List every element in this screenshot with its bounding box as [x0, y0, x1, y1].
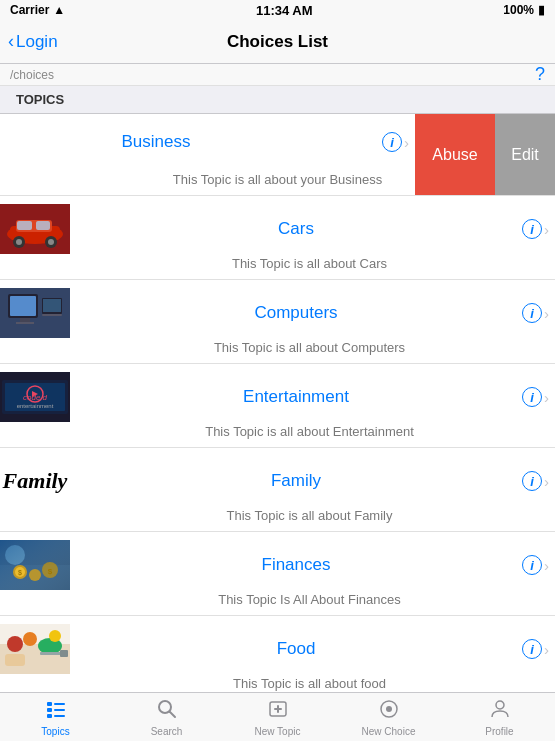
computers-name[interactable]: Computers — [254, 303, 337, 323]
svg-point-7 — [48, 239, 54, 245]
svg-rect-16 — [43, 299, 61, 312]
topic-row-computers[interactable]: Computers i › This Topic is all about Co… — [0, 280, 555, 364]
topic-row-business[interactable]: Abuse Edit Business i › This Topic is al… — [0, 114, 555, 196]
wifi-icon: ▲ — [53, 3, 65, 17]
business-name[interactable]: Business — [122, 132, 191, 152]
svg-rect-54 — [47, 714, 52, 718]
topic-row-family[interactable]: Family Family i › This Topic is all abou… — [0, 448, 555, 532]
entertainment-name[interactable]: Entertainment — [243, 387, 349, 407]
nav-bar: ‹ Login Choices List — [0, 20, 555, 64]
tab-profile[interactable]: Profile — [444, 693, 555, 741]
battery-icon: ▮ — [538, 3, 545, 17]
computers-svg — [0, 288, 70, 338]
topics-svg-icon — [45, 698, 67, 720]
business-name-area: Business — [0, 128, 382, 156]
svg-rect-17 — [42, 314, 62, 316]
business-info-chevron: i › — [382, 132, 415, 152]
tab-newtopic[interactable]: New Topic — [222, 693, 333, 741]
back-chevron-icon: ‹ — [8, 31, 14, 52]
svg-rect-9 — [36, 221, 50, 230]
svg-point-40 — [49, 630, 61, 642]
cars-name[interactable]: Cars — [278, 219, 314, 239]
back-button[interactable]: ‹ Login — [8, 31, 58, 52]
profile-icon — [489, 698, 511, 724]
food-main: Food i › — [0, 616, 555, 674]
family-info-icon[interactable]: i — [522, 471, 542, 491]
finances-name[interactable]: Finances — [262, 555, 331, 575]
topic-row-food[interactable]: Food i › This Topic is all about food — [0, 616, 555, 692]
computers-image — [0, 288, 70, 338]
finances-main: $ $ Finances i › — [0, 532, 555, 590]
cars-info-icon[interactable]: i — [522, 219, 542, 239]
tab-search[interactable]: Search — [111, 693, 222, 741]
battery-text: 100% — [503, 3, 534, 17]
computers-info-icon[interactable]: i — [522, 303, 542, 323]
family-name-area: Family — [70, 467, 522, 495]
topic-row-cars[interactable]: Cars i › This Topic is all about Cars — [0, 196, 555, 280]
help-icon[interactable]: ? — [535, 64, 545, 85]
food-chevron-icon: › — [544, 641, 549, 658]
food-name[interactable]: Food — [277, 639, 316, 659]
svg-rect-41 — [5, 654, 25, 666]
entertainment-info-icon[interactable]: i — [522, 387, 542, 407]
food-info-icon[interactable]: i — [522, 639, 542, 659]
svg-rect-43 — [60, 650, 68, 657]
tab-newchoice[interactable]: New Choice — [333, 693, 444, 741]
entertainment-image: code d entertainment — [0, 372, 70, 422]
family-chevron-icon: › — [544, 473, 549, 490]
entertainment-description: This Topic is all about Entertainment — [0, 422, 555, 447]
newchoice-svg-icon — [378, 698, 400, 720]
status-bar: Carrier ▲ 11:34 AM 100% ▮ — [0, 0, 555, 20]
entertainment-svg: code d entertainment — [0, 372, 70, 422]
tab-profile-label: Profile — [485, 726, 513, 737]
back-label[interactable]: Login — [16, 32, 58, 52]
newtopic-icon — [267, 698, 289, 724]
food-info-chevron: i › — [522, 639, 555, 659]
svg-line-57 — [169, 711, 175, 717]
computers-info-chevron: i › — [522, 303, 555, 323]
food-svg — [0, 624, 70, 674]
tab-newchoice-label: New Choice — [362, 726, 416, 737]
family-image: Family — [0, 456, 70, 506]
newchoice-icon — [378, 698, 400, 724]
svg-text:entertainment: entertainment — [17, 403, 54, 409]
finances-description: This Topic Is All About Finances — [0, 590, 555, 615]
family-info-chevron: i › — [522, 471, 555, 491]
svg-rect-28 — [0, 540, 70, 590]
finances-chevron-icon: › — [544, 557, 549, 574]
topic-row-finances[interactable]: $ $ Finances i › This Topic Is All About… — [0, 532, 555, 616]
family-text-image: Family — [3, 468, 68, 494]
tab-topics[interactable]: Topics — [0, 693, 111, 741]
svg-text:$: $ — [48, 567, 53, 576]
food-name-area: Food — [70, 635, 522, 663]
svg-point-38 — [23, 632, 37, 646]
business-chevron-icon: › — [404, 134, 409, 151]
cars-chevron-icon: › — [544, 221, 549, 238]
svg-rect-13 — [20, 318, 30, 322]
topic-row-entertainment[interactable]: code d entertainment Entertainment i › T… — [0, 364, 555, 448]
cars-image — [0, 204, 70, 254]
carrier-text: Carrier — [10, 3, 49, 17]
business-info-icon[interactable]: i — [382, 132, 402, 152]
section-header-label: Topics — [16, 92, 64, 107]
svg-point-5 — [16, 239, 22, 245]
finances-svg: $ $ — [0, 540, 70, 590]
svg-point-62 — [386, 706, 392, 712]
entertainment-main: code d entertainment Entertainment i › — [0, 364, 555, 422]
svg-rect-12 — [10, 296, 36, 316]
search-svg-icon — [156, 698, 178, 720]
svg-text:$: $ — [18, 569, 22, 577]
svg-rect-51 — [54, 703, 65, 705]
finances-info-icon[interactable]: i — [522, 555, 542, 575]
nav-title: Choices List — [227, 32, 328, 52]
status-time: 11:34 AM — [256, 3, 313, 18]
finances-name-area: Finances — [70, 551, 522, 579]
abuse-button[interactable]: Abuse — [415, 114, 495, 195]
family-description: This Topic is all about Family — [0, 506, 555, 531]
svg-rect-50 — [47, 702, 52, 706]
svg-point-63 — [496, 701, 504, 709]
edit-button[interactable]: Edit — [495, 114, 555, 195]
computers-description: This Topic is all about Computers — [0, 338, 555, 363]
family-name[interactable]: Family — [271, 471, 321, 491]
topics-list[interactable]: Abuse Edit Business i › This Topic is al… — [0, 114, 555, 692]
